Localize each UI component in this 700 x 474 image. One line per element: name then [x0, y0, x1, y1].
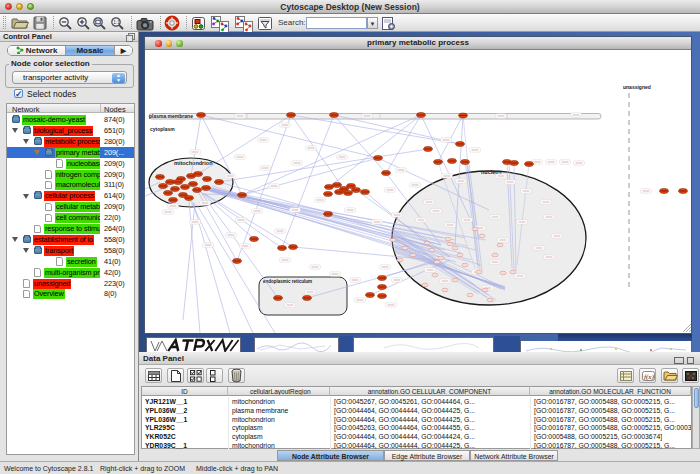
svg-text:endoplasmic reticulum: endoplasmic reticulum	[263, 279, 312, 284]
svg-text:f(x): f(x)	[644, 373, 654, 381]
svg-text:unassigned: unassigned	[623, 84, 651, 90]
svg-text:1:1: 1:1	[113, 19, 120, 25]
svg-text:cytoplasm: cytoplasm	[150, 126, 175, 132]
svg-text:plasma membrane: plasma membrane	[149, 113, 193, 119]
